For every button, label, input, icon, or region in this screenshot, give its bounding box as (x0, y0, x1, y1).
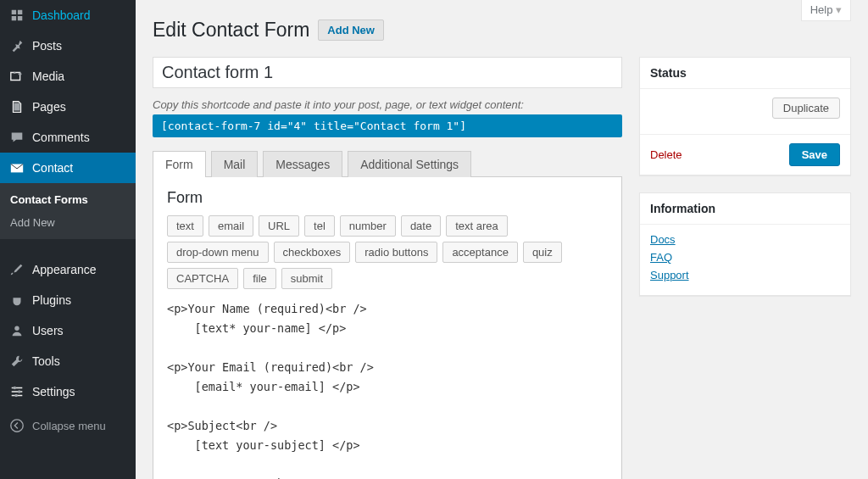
sidebar-item-label: Settings (32, 385, 75, 398)
sidebar-submenu: Contact FormsAdd New (0, 183, 136, 239)
sidebar-item-label: Contact (32, 161, 73, 175)
add-new-button[interactable]: Add New (318, 19, 384, 41)
shortcode-hint: Copy this shortcode and paste it into yo… (153, 98, 622, 111)
sidebar-item-media[interactable]: Media (0, 61, 136, 92)
tag-button-acceptance[interactable]: acceptance (442, 242, 518, 263)
submenu-item-contact-forms[interactable]: Contact Forms (0, 188, 136, 211)
mail-icon (8, 159, 25, 176)
form-panel-heading: Form (167, 189, 608, 207)
sidebar-item-appearance[interactable]: Appearance (0, 254, 136, 285)
sidebar-item-dashboard[interactable]: Dashboard (0, 0, 136, 31)
svg-point-5 (11, 420, 23, 432)
brush-icon (8, 261, 25, 278)
collapse-menu[interactable]: Collapse menu (0, 410, 136, 441)
tag-button-date[interactable]: date (401, 215, 441, 237)
plug-icon (8, 292, 25, 309)
tag-button-email[interactable]: email (209, 215, 253, 237)
user-icon (8, 322, 25, 339)
svg-point-0 (19, 73, 22, 76)
help-tab[interactable]: Help (801, 0, 851, 21)
tab-messages[interactable]: Messages (263, 151, 342, 177)
sidebar-item-users[interactable]: Users (0, 315, 136, 346)
sidebar-item-label: Tools (32, 354, 60, 368)
sidebar-item-settings[interactable]: Settings (0, 376, 136, 407)
page-title: Edit Contact Form (153, 19, 309, 42)
sidebar-item-label: Comments (32, 131, 90, 144)
tab-additional-settings[interactable]: Additional Settings (348, 151, 471, 177)
info-link-faq[interactable]: FAQ (650, 251, 840, 264)
sidebar-item-pages[interactable]: Pages (0, 92, 136, 122)
admin-sidebar: DashboardPostsMediaPagesCommentsContactC… (0, 0, 136, 479)
meta-sidebar: Status Duplicate Delete Save Information… (639, 57, 851, 479)
tag-button-text-area[interactable]: text area (446, 215, 508, 237)
tag-button-number[interactable]: number (340, 215, 396, 237)
delete-link[interactable]: Delete (650, 148, 682, 161)
tab-form[interactable]: Form (153, 151, 206, 177)
sidebar-item-label: Users (32, 324, 64, 337)
duplicate-button[interactable]: Duplicate (772, 97, 840, 119)
shortcode-box[interactable]: [contact-form-7 id="4" title="Contact fo… (153, 114, 622, 137)
sidebar-item-comments[interactable]: Comments (0, 122, 136, 153)
sidebar-item-posts[interactable]: Posts (0, 31, 136, 61)
save-button[interactable]: Save (789, 143, 840, 166)
svg-point-2 (14, 387, 17, 390)
status-postbox: Status Duplicate Delete Save (639, 57, 851, 175)
sidebar-item-label: Dashboard (32, 8, 91, 22)
media-icon (8, 68, 25, 85)
sidebar-item-label: Appearance (32, 263, 97, 276)
tag-button-radio-buttons[interactable]: radio buttons (355, 242, 437, 263)
tag-button-text[interactable]: text (167, 215, 203, 237)
information-heading: Information (640, 193, 850, 225)
form-title-input[interactable] (153, 57, 622, 88)
sidebar-item-label: Plugins (32, 293, 71, 307)
sidebar-item-label: Media (32, 70, 64, 83)
tag-button-checkboxes[interactable]: checkboxes (274, 242, 351, 263)
sidebar-item-label: Posts (32, 39, 62, 53)
tag-button-file[interactable]: file (243, 268, 276, 289)
pin-icon (8, 37, 25, 54)
svg-point-1 (14, 326, 19, 331)
svg-point-4 (14, 394, 18, 398)
editor-tabs: FormMailMessagesAdditional Settings (153, 151, 622, 177)
status-heading: Status (640, 58, 850, 89)
form-editor-column: Copy this shortcode and paste it into yo… (153, 57, 622, 479)
sidebar-item-contact[interactable]: Contact (0, 153, 136, 183)
collapse-icon (8, 417, 25, 434)
tag-button-captcha[interactable]: CAPTCHA (167, 268, 238, 289)
tag-button-drop-down-menu[interactable]: drop-down menu (167, 242, 269, 263)
tag-generator-row: textemailURLtelnumberdatetext areadrop-d… (167, 215, 608, 289)
tag-button-quiz[interactable]: quiz (523, 242, 562, 263)
tab-panel-form: Form textemailURLtelnumberdatetext aread… (153, 176, 622, 479)
info-link-docs[interactable]: Docs (650, 233, 840, 246)
dashboard-icon (8, 7, 25, 24)
tab-mail[interactable]: Mail (211, 151, 259, 177)
tag-button-tel[interactable]: tel (304, 215, 335, 237)
sidebar-item-tools[interactable]: Tools (0, 346, 136, 376)
collapse-label: Collapse menu (32, 420, 106, 432)
submenu-item-add-new[interactable]: Add New (0, 211, 136, 234)
information-postbox: Information DocsFAQSupport (639, 192, 851, 296)
wrench-icon (8, 353, 25, 370)
sidebar-item-plugins[interactable]: Plugins (0, 285, 136, 315)
tag-button-submit[interactable]: submit (281, 268, 332, 289)
main-content: Help Edit Contact Form Add New Copy this… (136, 0, 868, 479)
info-link-support[interactable]: Support (650, 269, 840, 281)
svg-point-3 (18, 390, 21, 393)
tag-button-url[interactable]: URL (259, 215, 299, 237)
sidebar-item-label: Pages (32, 100, 66, 114)
form-template-textarea[interactable] (167, 294, 608, 479)
sliders-icon (8, 383, 25, 400)
comments-icon (8, 129, 25, 146)
pages-icon (8, 98, 25, 115)
